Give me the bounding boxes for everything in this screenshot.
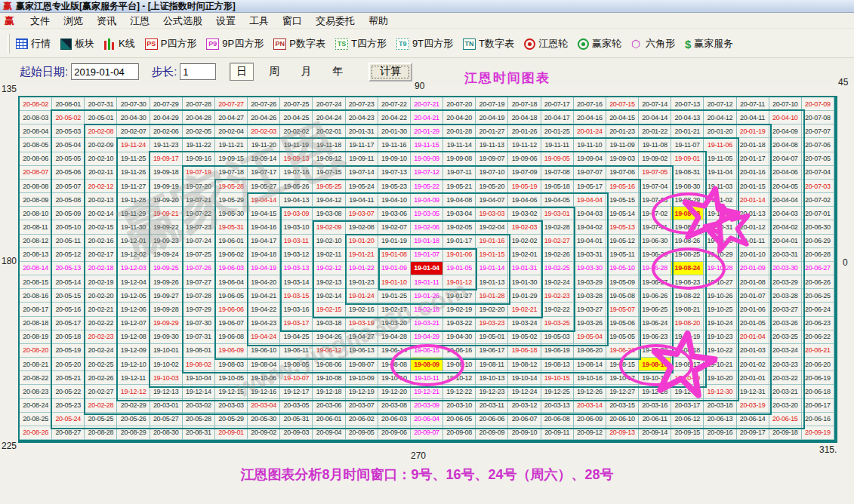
date-cell[interactable]: 20-08-07 (20, 166, 52, 180)
date-cell[interactable]: 19-01-25 (378, 289, 411, 303)
calculate-button[interactable]: 计算 (368, 63, 412, 81)
date-cell[interactable]: 19-07-03 (639, 193, 671, 207)
date-cell[interactable]: 20-08-17 (20, 303, 52, 316)
date-cell[interactable]: 19-06-06 (215, 303, 248, 316)
date-cell[interactable]: 19-01-23 (346, 275, 378, 289)
date-cell[interactable]: 19-06-11 (280, 344, 313, 358)
date-cell[interactable]: 19-06-21 (606, 344, 639, 358)
date-cell[interactable]: 19-06-15 (411, 344, 443, 358)
date-cell[interactable]: 19-11-19 (280, 138, 313, 152)
date-cell[interactable]: 19-05-04 (574, 330, 606, 344)
date-cell[interactable]: 20-06-21 (802, 344, 834, 358)
date-cell[interactable]: 20-04-28 (183, 111, 215, 124)
date-cell[interactable]: 19-02-05 (443, 220, 476, 234)
date-cell[interactable]: 19-12-10 (117, 358, 150, 371)
date-cell[interactable]: 19-02-09 (313, 220, 345, 234)
date-cell[interactable]: 20-06-30 (802, 220, 834, 234)
date-cell[interactable]: 20-03-24 (769, 344, 802, 358)
date-cell[interactable]: 20-02-22 (85, 317, 117, 330)
date-cell[interactable]: 19-08-06 (313, 358, 345, 371)
date-cell[interactable]: 19-05-15 (606, 193, 639, 207)
date-cell[interactable]: 20-06-19 (802, 371, 834, 385)
date-cell[interactable]: 19-03-05 (411, 207, 443, 220)
date-cell[interactable]: 20-07-19 (476, 97, 508, 111)
date-cell[interactable]: 20-02-11 (85, 166, 117, 180)
date-cell[interactable]: 20-02-23 (85, 330, 117, 344)
date-cell[interactable]: 19-10-30 (704, 235, 736, 248)
date-cell[interactable]: 20-03-26 (769, 317, 802, 330)
date-cell[interactable]: 20-07-25 (280, 97, 313, 111)
date-cell[interactable]: 20-02-27 (85, 385, 117, 398)
date-cell[interactable]: 19-03-09 (280, 207, 313, 220)
date-cell[interactable]: 19-02-26 (541, 248, 574, 262)
date-cell[interactable]: 19-07-25 (183, 248, 215, 262)
date-cell[interactable]: 19-07-28 (183, 289, 215, 303)
date-cell[interactable]: 19-03-12 (280, 248, 313, 262)
date-cell[interactable]: 20-01-02 (737, 358, 769, 371)
date-cell[interactable]: 19-08-25 (671, 248, 704, 262)
date-cell[interactable]: 19-06-19 (541, 344, 574, 358)
date-cell[interactable]: 19-12-07 (117, 317, 150, 330)
date-cell[interactable]: 20-07-29 (150, 97, 183, 111)
date-cell[interactable]: 20-06-08 (541, 413, 574, 426)
date-cell[interactable]: 20-03-01 (150, 399, 183, 413)
date-cell[interactable]: 19-11-23 (150, 138, 183, 152)
date-cell[interactable]: 20-05-14 (52, 275, 85, 289)
menu-item-window[interactable]: 窗口 (276, 13, 309, 29)
date-cell[interactable]: 19-02-22 (541, 303, 574, 316)
date-cell[interactable]: 19-03-16 (280, 303, 313, 316)
toolbar-t-square-button[interactable]: TS T四方形 (335, 37, 387, 51)
date-cell[interactable]: 20-04-17 (541, 111, 574, 124)
date-cell[interactable]: 19-03-01 (541, 207, 574, 220)
date-cell[interactable]: 20-07-16 (574, 97, 606, 111)
date-cell[interactable]: 19-11-07 (671, 138, 704, 152)
date-cell[interactable]: 19-07-09 (508, 166, 541, 180)
date-cell[interactable]: 19-10-17 (606, 371, 639, 385)
date-cell[interactable]: 20-07-05 (802, 152, 834, 166)
date-cell[interactable]: 19-09-10 (378, 152, 411, 166)
date-cell[interactable]: 20-03-03 (215, 399, 248, 413)
date-cell[interactable]: 20-07-23 (346, 97, 378, 111)
date-cell[interactable]: 20-03-11 (476, 399, 508, 413)
date-cell[interactable]: 20-03-18 (704, 399, 736, 413)
date-cell[interactable]: 19-08-29 (671, 193, 704, 207)
date-cell[interactable]: 20-05-09 (52, 207, 85, 220)
date-cell[interactable]: 19-01-07 (411, 248, 443, 262)
date-cell[interactable]: 19-01-20 (346, 235, 378, 248)
date-cell[interactable]: 20-02-16 (85, 235, 117, 248)
date-cell[interactable]: 19-07-21 (183, 193, 215, 207)
date-cell[interactable]: 19-12-04 (117, 275, 150, 289)
date-cell[interactable]: 20-07-13 (671, 97, 704, 111)
date-cell[interactable]: 19-01-16 (476, 235, 508, 248)
date-cell[interactable]: 20-06-02 (346, 413, 378, 426)
date-cell[interactable]: 19-05-19 (508, 180, 541, 193)
date-cell[interactable]: 20-03-25 (769, 330, 802, 344)
date-cell[interactable]: 20-03-15 (606, 399, 639, 413)
date-cell[interactable]: 20-04-03 (769, 207, 802, 220)
date-cell[interactable]: 20-01-05 (737, 317, 769, 330)
date-cell[interactable]: 19-01-27 (443, 289, 476, 303)
date-cell[interactable]: 20-09-07 (411, 426, 443, 440)
date-cell[interactable]: 19-03-07 (346, 207, 378, 220)
date-cell[interactable]: 20-05-26 (117, 413, 150, 426)
date-cell[interactable]: 20-09-13 (606, 426, 639, 440)
date-cell[interactable]: 19-02-02 (508, 235, 541, 248)
date-cell[interactable]: 19-04-18 (248, 248, 280, 262)
date-cell[interactable]: 20-02-26 (85, 371, 117, 385)
date-cell[interactable]: 19-08-11 (476, 358, 508, 371)
date-cell[interactable]: 19-01-22 (346, 262, 378, 275)
date-cell[interactable]: 19-05-31 (215, 220, 248, 234)
date-cell[interactable]: 20-04-13 (671, 111, 704, 124)
date-cell[interactable]: 19-04-29 (411, 330, 443, 344)
date-cell[interactable]: 20-08-13 (20, 248, 52, 262)
date-cell[interactable]: 19-03-24 (508, 317, 541, 330)
date-cell[interactable]: 19-08-08 (378, 358, 411, 371)
date-cell[interactable]: 19-04-06 (508, 193, 541, 207)
date-cell[interactable]: 20-01-28 (443, 124, 476, 138)
date-cell[interactable]: 19-05-08 (606, 289, 639, 303)
date-cell[interactable]: 19-11-12 (508, 138, 541, 152)
date-cell[interactable]: 20-06-01 (313, 413, 345, 426)
date-cell[interactable]: 19-02-03 (508, 220, 541, 234)
date-cell[interactable]: 19-03-10 (280, 220, 313, 234)
date-cell[interactable]: 20-03-16 (639, 399, 671, 413)
